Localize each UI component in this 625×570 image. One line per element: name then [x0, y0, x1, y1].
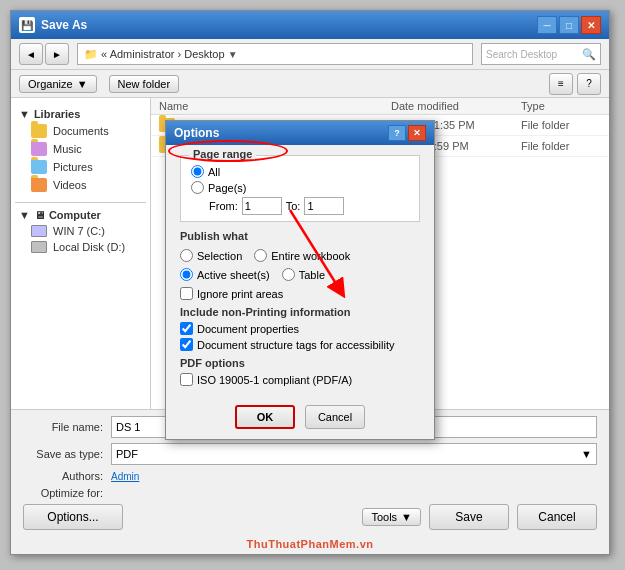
- forward-button[interactable]: ►: [45, 43, 69, 65]
- ok-label: OK: [257, 411, 274, 423]
- entire-workbook-radio-row: Entire workbook: [254, 249, 350, 262]
- sidebar-item-pictures[interactable]: Pictures: [15, 158, 146, 176]
- computer-header[interactable]: ▼ 🖥 Computer: [15, 207, 146, 223]
- second-toolbar: Organize ▼ New folder ≡ ?: [11, 70, 609, 98]
- optimize-label: Optimize for:: [23, 487, 103, 499]
- music-label: Music: [53, 143, 82, 155]
- table-radio-row: Table: [282, 268, 325, 281]
- nav-buttons: ◄ ►: [19, 43, 69, 65]
- dialog-ok-button[interactable]: OK: [235, 405, 295, 429]
- to-input[interactable]: [304, 197, 344, 215]
- search-placeholder: Search Desktop: [486, 49, 557, 60]
- dialog-title-controls: ? ✕: [388, 125, 426, 141]
- col-type-header[interactable]: Type: [521, 100, 601, 112]
- computer-chevron: ▼: [19, 209, 30, 221]
- dialog-footer: OK Cancel: [166, 399, 434, 439]
- options-button[interactable]: Options...: [23, 504, 123, 530]
- documents-label: Documents: [53, 125, 109, 137]
- dialog-help-button[interactable]: ?: [388, 125, 406, 141]
- view-button[interactable]: ≡: [549, 73, 573, 95]
- libraries-header[interactable]: ▼ Libraries: [15, 106, 146, 122]
- dialog-cancel-button[interactable]: Cancel: [305, 405, 365, 429]
- save-as-type-dropdown[interactable]: PDF ▼: [111, 443, 597, 465]
- watermark: ThuThuatPhanMem.vn: [247, 538, 374, 550]
- save-as-type-label: Save as type:: [23, 448, 103, 460]
- entire-workbook-radio[interactable]: [254, 249, 267, 262]
- sidebar-item-locald[interactable]: Local Disk (D:): [15, 239, 146, 255]
- back-button[interactable]: ◄: [19, 43, 43, 65]
- close-button[interactable]: ✕: [581, 16, 601, 34]
- iso-checkbox[interactable]: [180, 373, 193, 386]
- libraries-section: ▼ Libraries Documents Music Pictures: [15, 106, 146, 194]
- col-name-header[interactable]: Name: [159, 100, 391, 112]
- pages-label: Page(s): [208, 182, 247, 194]
- authors-label: Authors:: [23, 470, 103, 482]
- minimize-button[interactable]: ─: [537, 16, 557, 34]
- libraries-label: Libraries: [34, 108, 80, 120]
- tools-chevron: ▼: [401, 511, 412, 523]
- all-radio-row: All: [191, 165, 409, 178]
- publish-what-group: Selection Entire workbook: [180, 246, 420, 265]
- pictures-folder-icon: [31, 160, 47, 174]
- page-range-section: Page range All Page(s) From: To:: [180, 155, 420, 222]
- dialog-content: Page range All Page(s) From: To: Publish…: [166, 145, 434, 399]
- search-icon: 🔍: [582, 48, 596, 61]
- iso-label: ISO 19005-1 compliant (PDF/A): [197, 374, 352, 386]
- sidebar-item-win7c[interactable]: WIN 7 (C:): [15, 223, 146, 239]
- from-input[interactable]: [242, 197, 282, 215]
- new-folder-button[interactable]: New folder: [109, 75, 180, 93]
- save-as-icon: 💾: [19, 17, 35, 33]
- help-icon[interactable]: ?: [577, 73, 601, 95]
- active-sheets-radio[interactable]: [180, 268, 193, 281]
- save-label: Save: [455, 510, 482, 524]
- publish-what-group2: Active sheet(s) Table: [180, 265, 420, 284]
- address-path: « Administrator › Desktop: [101, 48, 225, 60]
- from-label: From:: [209, 200, 238, 212]
- tools-button[interactable]: Tools ▼: [362, 508, 421, 526]
- file-type-2: File folder: [521, 140, 601, 152]
- cancel-button[interactable]: Cancel: [517, 504, 597, 530]
- dialog-close-button[interactable]: ✕: [408, 125, 426, 141]
- tools-label: Tools: [371, 511, 397, 523]
- new-folder-label: New folder: [118, 78, 171, 90]
- pages-radio[interactable]: [191, 181, 204, 194]
- save-as-type-value: PDF: [116, 448, 138, 460]
- title-controls: ─ □ ✕: [537, 16, 601, 34]
- search-box[interactable]: Search Desktop 🔍: [481, 43, 601, 65]
- computer-icon: 🖥: [34, 209, 45, 221]
- selection-radio-row: Selection: [180, 249, 242, 262]
- save-button[interactable]: Save: [429, 504, 509, 530]
- selection-radio[interactable]: [180, 249, 193, 262]
- address-bar[interactable]: 📁 « Administrator › Desktop ▼: [77, 43, 473, 65]
- active-sheets-label: Active sheet(s): [197, 269, 270, 281]
- organize-label: Organize: [28, 78, 73, 90]
- locald-label: Local Disk (D:): [53, 241, 125, 253]
- ignore-print-areas-checkbox[interactable]: [180, 287, 193, 300]
- folder-icon: 📁: [84, 48, 98, 61]
- options-label: Options...: [47, 510, 98, 524]
- options-dialog: Options ? ✕ Page range All Page(s) From:…: [165, 120, 435, 440]
- sidebar-item-music[interactable]: Music: [15, 140, 146, 158]
- table-radio[interactable]: [282, 268, 295, 281]
- all-label: All: [208, 166, 220, 178]
- non-printing-title: Include non-Printing information: [180, 306, 420, 318]
- authors-value[interactable]: Admin: [111, 471, 139, 482]
- all-radio[interactable]: [191, 165, 204, 178]
- doc-structure-checkbox[interactable]: [180, 338, 193, 351]
- pdf-options-title: PDF options: [180, 357, 420, 369]
- active-sheets-radio-row: Active sheet(s): [180, 268, 270, 281]
- sidebar-item-videos[interactable]: Videos: [15, 176, 146, 194]
- doc-properties-checkbox[interactable]: [180, 322, 193, 335]
- iso-row: ISO 19005-1 compliant (PDF/A): [180, 373, 420, 386]
- dialog-title-bar: Options ? ✕: [166, 121, 434, 145]
- col-date-header[interactable]: Date modified: [391, 100, 521, 112]
- organize-button[interactable]: Organize ▼: [19, 75, 97, 93]
- sidebar-item-documents[interactable]: Documents: [15, 122, 146, 140]
- ignore-print-areas-label: Ignore print areas: [197, 288, 283, 300]
- videos-folder-icon: [31, 178, 47, 192]
- cancel-label: Cancel: [538, 510, 575, 524]
- dialog-title: Options: [174, 126, 219, 140]
- doc-properties-row: Document properties: [180, 322, 420, 335]
- from-to-row: From: To:: [191, 197, 409, 215]
- maximize-button[interactable]: □: [559, 16, 579, 34]
